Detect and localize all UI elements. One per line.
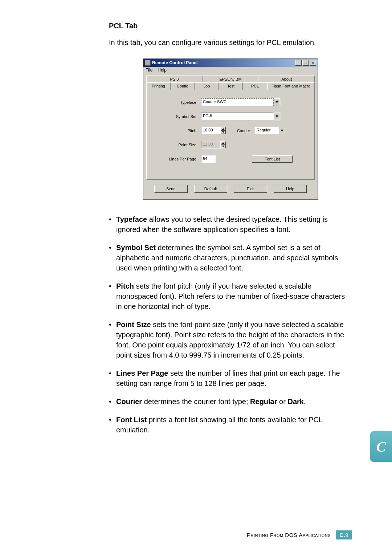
desc-lines-per-page: Lines Per Page sets the number of lines … [109, 368, 352, 388]
desc-courier: Courier determines the courier font type… [109, 396, 352, 407]
point-size-input: 12.00 [201, 141, 221, 148]
dropdown-arrow-icon[interactable] [279, 127, 285, 134]
tab-job[interactable]: Job [195, 82, 219, 90]
tab-epson-ibm[interactable]: EPSON/IBM [203, 76, 259, 82]
send-button[interactable]: Send [154, 185, 188, 193]
minimize-icon[interactable]: _ [295, 60, 302, 66]
tab-ps3[interactable]: PS 3 [146, 76, 203, 82]
label-lines-per-page: Lines Per Page: [154, 157, 201, 161]
tab-about[interactable]: About [258, 76, 315, 82]
titlebar: Remote Control Panel _ □ × [143, 59, 318, 67]
exit-button[interactable]: Exit [234, 185, 267, 193]
menubar: File Help [143, 67, 318, 73]
desc-typeface: Typeface allows you to select the desire… [109, 214, 352, 235]
menu-help[interactable]: Help [158, 68, 167, 73]
label-typeface: Typeface: [154, 100, 201, 105]
pitch-spinner[interactable] [221, 127, 226, 134]
font-list-button[interactable]: Font List [252, 155, 293, 163]
tab-pcl[interactable]: PCL [243, 82, 267, 90]
help-button[interactable]: Help [274, 185, 307, 193]
lines-per-page-input[interactable]: 64 [201, 155, 216, 163]
desc-font-list: Font List prints a font list showing all… [109, 415, 352, 435]
desc-pitch: Pitch sets the font pitch (only if you h… [109, 281, 352, 311]
window-title: Remote Control Panel [152, 60, 197, 65]
default-button[interactable]: Default [194, 185, 228, 193]
tab-config[interactable]: Config [171, 82, 195, 90]
label-symbol-set: Symbol Set: [154, 114, 201, 119]
tab-printing[interactable]: Printing [146, 82, 171, 90]
dropdown-arrow-icon[interactable] [274, 98, 280, 106]
tab-content-pcl: Typeface: Courier SWC Symbol Set: PC-8 P… [146, 89, 315, 180]
label-point-size: Point Size: [154, 143, 201, 147]
section-heading: PCL Tab [109, 22, 352, 30]
symbol-set-select[interactable]: PC-8 [201, 113, 274, 120]
typeface-select[interactable]: Courier SWC [201, 98, 274, 106]
courier-select[interactable]: Regular [255, 127, 279, 134]
pitch-input[interactable]: 10.00 [201, 127, 221, 134]
desc-point-size: Point Size sets the font point size (onl… [109, 319, 352, 360]
point-size-spinner [221, 141, 226, 148]
appendix-tab: C [370, 431, 392, 462]
footer-text: Printing From DOS Applications [247, 532, 331, 538]
intro-text: In this tab, you can configure various s… [109, 37, 352, 48]
desc-symbol-set: Symbol Set determines the symbol set. A … [109, 243, 352, 273]
close-icon[interactable]: × [310, 60, 316, 66]
label-pitch: Pitch: [154, 129, 201, 133]
dialog-window: Remote Control Panel _ □ × File Help PS … [143, 58, 318, 200]
app-icon [145, 60, 151, 66]
page-number-badge: C.9 [336, 530, 352, 539]
tab-test[interactable]: Test [219, 82, 243, 90]
label-courier: Courier: [226, 129, 255, 133]
page-footer: Printing From DOS Applications C.9 [247, 530, 352, 539]
tab-flash-font-macro[interactable]: Flash Font and Macro [267, 82, 315, 90]
menu-file[interactable]: File [146, 68, 152, 73]
dropdown-arrow-icon[interactable] [274, 113, 280, 120]
maximize-icon[interactable]: □ [302, 60, 309, 66]
